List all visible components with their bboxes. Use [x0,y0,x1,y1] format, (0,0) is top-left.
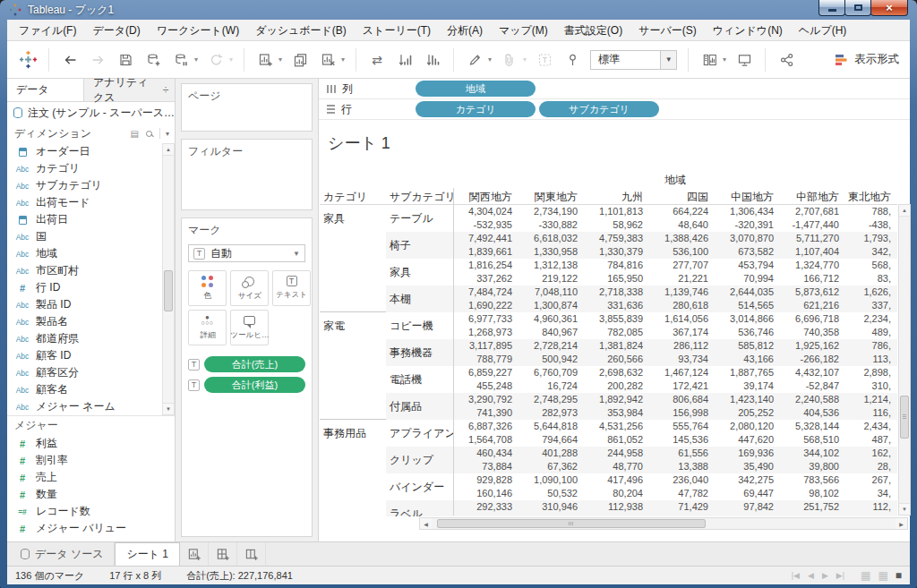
sort-descending-icon[interactable] [423,48,442,72]
table-row[interactable]: バインダー929,828160,1461,090,10050,532417,49… [320,473,897,500]
table-row[interactable]: 事務機器3,117,895788,7792,728,214500,9421,38… [320,339,897,366]
marks-button[interactable]: ●○○○詳細 [188,310,227,345]
field-item[interactable]: 出荷日 [7,211,175,228]
field-item[interactable]: Abc顧客 ID [7,347,175,364]
field-item[interactable]: =#レコード数 [7,503,175,520]
table-row[interactable]: ラベル292,333310,946112,93871,42997,842251,… [320,500,897,516]
new-story-tab[interactable] [237,542,266,566]
scroll-up-icon[interactable]: ▲ [899,205,910,217]
field-item[interactable]: #行 ID [7,279,175,296]
tab-sheet1[interactable]: シート 1 [115,542,180,566]
marks-button[interactable]: Tテキスト [272,270,311,306]
fit-selector[interactable]: 標準 ▼ [590,50,677,70]
dimension-pill[interactable]: カテゴリ [416,101,536,117]
field-item[interactable]: Abcカテゴリ [7,160,175,177]
sort-ascending-icon[interactable] [395,48,415,72]
table-row[interactable]: 家具1,816,254337,2621,312,138219,122784,81… [320,259,897,285]
scroll-thumb[interactable] [900,396,909,439]
table-row[interactable]: 家電コピー機6,977,7331,268,9734,960,361840,967… [320,312,897,339]
show-me-button[interactable]: 表示形式 [835,52,899,67]
redo-icon[interactable] [88,48,107,72]
new-worksheet-tab[interactable] [180,542,209,566]
minimize-button[interactable] [818,0,845,16]
scroll-down-icon[interactable]: ▼ [163,403,174,414]
fit-dropdown-caret[interactable]: ▼ [660,51,676,69]
save-icon[interactable] [116,48,135,72]
menu-item[interactable]: マップ(M) [491,20,556,41]
scroll-up-icon[interactable]: ▲ [163,144,174,156]
table-row[interactable]: 椅子7,492,4411,839,6616,618,0321,330,9584,… [320,232,897,259]
grid-labels-view-icon[interactable]: ▦ [878,569,887,582]
field-item[interactable]: #売上 [7,469,175,486]
tab-datasource[interactable]: データ ソース [10,542,115,566]
table-row[interactable]: 事務用品アプライアンス6,887,3261,564,7085,644,81879… [320,420,897,447]
search-icon[interactable] [146,131,152,137]
dimensions-scrollbar[interactable]: ▲ ▼ [162,143,175,415]
scroll-thumb[interactable] [164,270,173,311]
field-item[interactable]: #数量 [7,486,175,503]
scroll-down-icon[interactable]: ▼ [899,503,910,515]
pause-updates-caret[interactable]: ▾ [194,55,198,64]
field-item[interactable]: Abc顧客区分 [7,364,175,381]
duplicate-sheet-icon[interactable] [290,48,310,72]
maximize-button[interactable] [844,0,871,16]
horizontal-scrollbar[interactable]: ◀ ▶ [419,517,908,530]
new-worksheet-caret[interactable]: ▾ [279,55,282,64]
table-row[interactable]: 電話機6,859,227455,2486,760,70916,7242,698,… [320,366,897,393]
view-data-icon[interactable]: ▤ [131,129,139,139]
field-item[interactable]: Abc顧客名 [7,381,175,398]
marks-button[interactable]: 色 [188,270,227,306]
datasource-item[interactable]: 注文 (サンプル - スーパース… [7,102,175,124]
measure-pill[interactable]: 合計(売上) [204,356,305,372]
tab-analytics[interactable]: アナリティクス [84,79,157,101]
field-item[interactable]: Abc国 [7,228,175,245]
table-row[interactable]: クリップ460,43473,884401,28867,362244,95848,… [320,447,897,473]
share-icon[interactable] [776,48,796,72]
measure-pill[interactable]: 合計(利益) [204,377,305,393]
field-item[interactable]: Abc都道府県 [7,330,175,347]
columns-shelf[interactable]: 列 地域 [319,79,910,99]
field-item[interactable]: オーダー日 [7,143,175,160]
rows-shelf[interactable]: 行 カテゴリサブカテゴリ [319,99,910,120]
pages-shelf[interactable]: ページ [181,83,313,132]
field-item[interactable]: Abc製品 ID [7,296,175,313]
new-worksheet-icon[interactable] [255,48,275,72]
new-dashboard-tab[interactable] [209,542,237,566]
menu-item[interactable]: サーバー(S) [630,20,705,41]
menu-item[interactable]: ワークシート(W) [149,20,247,41]
swap-rows-columns-icon[interactable]: ⇄ [367,48,387,72]
clear-sheet-icon[interactable] [318,48,338,72]
tableau-home-button[interactable] [18,48,38,72]
close-button[interactable]: × [870,0,908,16]
menu-item[interactable]: ストーリー(T) [355,20,439,41]
vertical-scrollbar[interactable]: ▲ ▼ [898,204,911,516]
scroll-right-icon[interactable]: ▶ [896,518,907,529]
filters-shelf[interactable]: フィルター [181,139,313,210]
clear-sheet-caret[interactable]: ▾ [341,55,345,64]
dimensions-menu-caret[interactable]: ▾ [166,130,169,138]
menu-item[interactable]: ファイル(F) [11,20,84,41]
undo-icon[interactable] [60,48,80,72]
table-row[interactable]: 本棚7,484,7241,690,2227,048,1101,300,8742,… [320,285,897,312]
field-item[interactable]: Abc出荷モード [7,194,175,211]
pause-updates-icon[interactable] [171,48,191,72]
new-datasource-icon[interactable] [143,48,163,72]
highlight-icon[interactable] [465,48,484,72]
scroll-thumb[interactable] [437,519,706,528]
menu-item[interactable]: 分析(A) [439,20,491,41]
scroll-left-icon[interactable]: ◀ [420,518,432,529]
show-hide-cards-caret[interactable]: ▾ [723,55,726,64]
marks-button[interactable]: ツールヒ… [230,310,269,345]
title-bar[interactable]: Tableau - ブック1 × [0,0,917,20]
dimension-pill[interactable]: 地域 [416,81,536,97]
table-row[interactable]: 家具テーブル4,304,024-532,9352,734,190-330,882… [320,205,897,232]
menu-item[interactable]: データ(D) [84,20,148,41]
mark-type-dropdown[interactable]: T 自動 ▼ [188,244,305,262]
pane-expander-icon[interactable]: ÷ [157,79,175,101]
highlight-caret[interactable]: ▾ [488,55,492,64]
menu-item[interactable]: ウィンドウ(N) [705,20,791,41]
field-item[interactable]: Abc製品名 [7,313,175,330]
field-item[interactable]: #利益 [7,435,175,452]
field-item[interactable]: Abc地域 [7,245,175,262]
marks-button[interactable]: サイズ [230,270,269,306]
